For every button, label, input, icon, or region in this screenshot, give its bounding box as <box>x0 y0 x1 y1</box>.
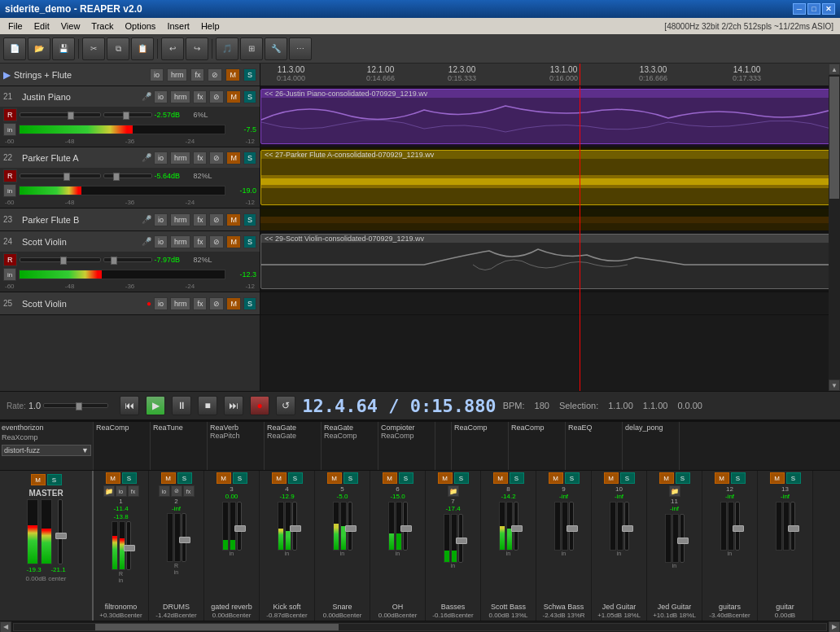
clip-24[interactable]: << 29-Scott Violin-consolidated-070929_1… <box>260 234 840 289</box>
grid-button[interactable]: ⊞ <box>240 37 263 60</box>
t22-fx[interactable]: fx <box>193 151 207 165</box>
t22-pan[interactable] <box>103 173 152 178</box>
ch4-s[interactable]: S <box>288 472 303 484</box>
fx-ch6-p1[interactable]: Compioter <box>381 424 432 432</box>
t21-rec[interactable]: R <box>3 108 17 121</box>
fx-ch8-p1[interactable]: ReaComp <box>454 424 505 432</box>
ch8-fader[interactable] <box>514 502 518 551</box>
ch6-s[interactable]: S <box>399 472 413 484</box>
fx-ch3-p2[interactable]: ReaPitch <box>210 432 261 440</box>
ch11-folder[interactable]: 📁 <box>669 485 680 497</box>
fx-ch2-p1[interactable]: ReaTune <box>153 424 204 432</box>
scroll-right[interactable]: ▶ <box>829 621 840 633</box>
t24-fx[interactable]: fx <box>193 235 207 248</box>
transport-stop[interactable]: ■ <box>198 396 217 415</box>
ch4-fader[interactable] <box>292 502 297 551</box>
t22-phase[interactable]: ⊘ <box>209 151 224 165</box>
t23-hrm[interactable]: hrm <box>170 213 191 226</box>
t22-rec[interactable]: R <box>3 169 17 182</box>
ch7-m[interactable]: M <box>438 472 453 484</box>
t22-s[interactable]: S <box>243 151 256 165</box>
t24-phase[interactable]: ⊘ <box>209 235 224 248</box>
ch11-m[interactable]: M <box>659 472 674 484</box>
t21-fx[interactable]: fx <box>193 90 207 103</box>
undo-button[interactable]: ↩ <box>161 37 184 60</box>
ch3-fader[interactable] <box>237 502 242 551</box>
ch7-fader[interactable] <box>458 514 463 563</box>
close-button[interactable]: ✕ <box>822 3 835 15</box>
fx-ch5-p2[interactable]: ReaComp <box>324 432 375 440</box>
ch10-m[interactable]: M <box>604 472 619 484</box>
ch12-s[interactable]: S <box>731 472 746 484</box>
t23-io[interactable]: io <box>154 213 168 226</box>
scroll-left[interactable]: ◀ <box>0 621 11 633</box>
menu-track[interactable]: Track <box>86 20 118 33</box>
ripple-button[interactable]: ⋯ <box>289 37 312 60</box>
fx-ch4-p2[interactable]: ReaGate <box>267 432 318 440</box>
ch2-m[interactable]: M <box>161 472 176 484</box>
fx-dropdown[interactable]: distort-fuzz ▼ <box>2 445 91 456</box>
t24-s[interactable]: S <box>243 235 256 248</box>
fx-ch1-p1[interactable]: ReaComp <box>96 424 147 432</box>
transport-goto-start[interactable]: ⏮ <box>120 396 139 415</box>
t24-in[interactable]: in <box>3 268 16 281</box>
fx-ch10-p1[interactable]: ReaEQ <box>568 424 619 432</box>
ch4-m[interactable]: M <box>272 472 287 484</box>
t25-hrm[interactable]: hrm <box>170 297 191 310</box>
t21-m[interactable]: M <box>226 90 241 103</box>
menu-insert[interactable]: Insert <box>162 20 195 33</box>
rate-fader[interactable] <box>43 403 108 408</box>
scroll-bar[interactable] <box>13 623 827 631</box>
t25-io[interactable]: io <box>154 297 168 310</box>
t24-io[interactable]: io <box>154 235 168 248</box>
ch6-m[interactable]: M <box>383 472 397 484</box>
fx-ch3-p1[interactable]: ReaVerb <box>210 424 261 432</box>
ch9-m[interactable]: M <box>549 472 563 484</box>
group-hrm-btn[interactable]: hrm <box>167 68 188 81</box>
t21-in[interactable]: in <box>3 123 16 136</box>
t25-phase[interactable]: ⊘ <box>209 297 224 310</box>
menu-file[interactable]: File <box>3 20 28 33</box>
t22-m[interactable]: M <box>226 151 241 165</box>
metronome-button[interactable]: 🎵 <box>216 37 238 60</box>
ch2-fader[interactable] <box>182 513 186 562</box>
ch1-io[interactable]: io <box>116 485 127 497</box>
ch1-m[interactable]: M <box>106 472 120 484</box>
ch8-s[interactable]: S <box>510 472 524 484</box>
t21-phase[interactable]: ⊘ <box>209 90 224 103</box>
ch10-s[interactable]: S <box>620 472 635 484</box>
transport-goto-end[interactable]: ⏭ <box>224 396 243 415</box>
ch5-fader[interactable] <box>348 502 352 551</box>
fx-ch4-p1[interactable]: ReaGate <box>267 424 318 432</box>
snap-button[interactable]: 🔧 <box>265 37 287 60</box>
t24-m[interactable]: M <box>226 235 241 248</box>
minimize-button[interactable]: ─ <box>793 3 806 15</box>
ch2-fx[interactable]: fx <box>183 485 195 497</box>
paste-button[interactable]: 📋 <box>131 37 154 60</box>
fx-ch9-p1[interactable]: ReaComp <box>511 424 562 432</box>
new-button[interactable]: 📄 <box>3 37 26 60</box>
menu-options[interactable]: Options <box>120 20 160 33</box>
t25-s[interactable]: S <box>243 297 256 310</box>
t24-hrm[interactable]: hrm <box>170 235 191 248</box>
transport-play[interactable]: ▶ <box>146 396 165 415</box>
ch2-s[interactable]: S <box>177 472 192 484</box>
ch7-s[interactable]: S <box>454 472 469 484</box>
ch3-m[interactable]: M <box>217 472 231 484</box>
group-io-btn[interactable]: io <box>150 68 164 81</box>
menu-help[interactable]: Help <box>196 20 225 33</box>
master-fader[interactable] <box>58 499 63 564</box>
t21-s[interactable]: S <box>243 90 256 103</box>
t23-m[interactable]: M <box>226 213 241 226</box>
scroll-thumb[interactable] <box>829 77 839 199</box>
t24-pan[interactable] <box>103 257 152 262</box>
copy-button[interactable]: ⧉ <box>107 37 129 60</box>
maximize-button[interactable]: □ <box>807 3 820 15</box>
fx-ch5-p1[interactable]: ReaGate <box>324 424 375 432</box>
t21-io[interactable]: io <box>154 90 168 103</box>
t24-fader[interactable] <box>20 257 101 262</box>
t21-pan[interactable] <box>103 112 152 117</box>
ch7-folder[interactable]: 📁 <box>448 485 459 497</box>
t23-fx[interactable]: fx <box>193 213 207 226</box>
ch6-fader[interactable] <box>403 502 408 551</box>
